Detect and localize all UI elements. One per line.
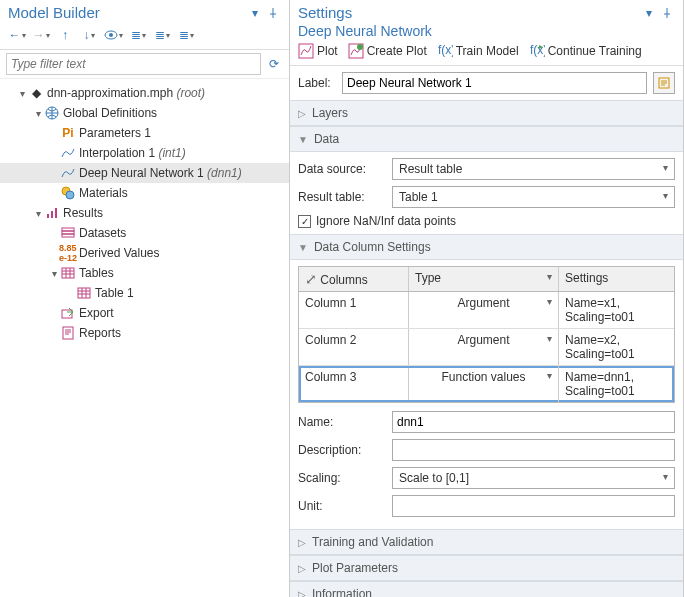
model-builder-toolbar: ←▾ →▾ ↑ ↓▾ ▾ ≣▾ ≣▾ ≣▾ — [0, 23, 289, 50]
panel-menu-icon[interactable]: ▾ — [641, 5, 657, 21]
table-icon — [76, 285, 92, 301]
tree-root[interactable]: ▾◆dnn-approximation.mph (root) — [0, 83, 289, 103]
train-button[interactable]: f(x)Train Model — [437, 43, 519, 59]
refresh-icon[interactable]: ⟳ — [265, 54, 283, 74]
svg-point-4 — [66, 191, 74, 199]
grid-row[interactable]: Column 3 Function values Name=dnn1, Scal… — [299, 366, 674, 402]
train-icon: f(x) — [437, 43, 453, 59]
tree-materials[interactable]: Materials — [0, 183, 289, 203]
model-builder-panel: Model Builder ▾ ←▾ →▾ ↑ ↓▾ ▾ ≣▾ ≣▾ ≣▾ ⟳ … — [0, 0, 290, 597]
continue-icon: f(x) — [529, 43, 545, 59]
nav-up-button[interactable]: ↑ — [56, 25, 74, 45]
grid-header: ⤢ Columns Type Settings — [299, 267, 674, 292]
filter-input[interactable] — [6, 53, 261, 75]
label-row: Label: — [290, 66, 683, 100]
nav-back-button[interactable]: ←▾ — [8, 25, 26, 45]
svg-rect-7 — [55, 208, 57, 218]
name-label: Name: — [298, 415, 386, 429]
results-icon — [44, 205, 60, 221]
checkbox-checked-icon[interactable]: ✓ — [298, 215, 311, 228]
pin-icon[interactable] — [265, 5, 281, 21]
settings-toolbar: Plot Create Plot f(x)Train Model f(x)Con… — [290, 41, 683, 66]
tree-reports[interactable]: Reports — [0, 323, 289, 343]
chevron-right-icon: ▷ — [298, 589, 306, 598]
chevron-right-icon: ▷ — [298, 108, 306, 119]
tree-global-def[interactable]: ▾Global Definitions — [0, 103, 289, 123]
scaling-select[interactable]: Scale to [0,1] — [392, 467, 675, 489]
datasets-icon — [60, 225, 76, 241]
label-action-button[interactable] — [653, 72, 675, 94]
label-label: Label: — [298, 76, 336, 90]
col-settings-body: ⤢ Columns Type Settings Column 1 Argumen… — [290, 260, 683, 529]
svg-rect-14 — [63, 327, 73, 339]
scaling-label: Scaling: — [298, 471, 386, 485]
derived-icon: 8.85e-12 — [60, 245, 76, 261]
data-source-select[interactable]: Result table — [392, 158, 675, 180]
tree-tables[interactable]: ▾Tables — [0, 263, 289, 283]
unit-input[interactable] — [392, 495, 675, 517]
type-cell[interactable]: Argument — [409, 292, 559, 328]
section-plot-params[interactable]: ▷Plot Parameters — [290, 555, 683, 581]
continue-button[interactable]: f(x)Continue Training — [529, 43, 642, 59]
tree-dnn[interactable]: Deep Neural Network 1 (dnn1) — [0, 163, 289, 183]
pin-icon[interactable] — [659, 5, 675, 21]
tree-export[interactable]: Export — [0, 303, 289, 323]
tree-datasets[interactable]: Datasets — [0, 223, 289, 243]
tables-icon — [60, 265, 76, 281]
svg-point-1 — [109, 33, 113, 37]
desc-input[interactable] — [392, 439, 675, 461]
svg-rect-12 — [78, 288, 90, 298]
show-button[interactable]: ▾ — [104, 25, 123, 45]
create-plot-icon — [348, 43, 364, 59]
expand-icon[interactable]: ⤢ — [305, 271, 317, 287]
tree-interpolation[interactable]: Interpolation 1 (int1) — [0, 143, 289, 163]
nav-fwd-button[interactable]: →▾ — [32, 25, 50, 45]
dnn-icon — [60, 165, 76, 181]
model-builder-header: Model Builder ▾ — [0, 0, 289, 23]
svg-point-17 — [357, 44, 363, 50]
model-builder-title: Model Builder — [8, 4, 100, 21]
plot-button[interactable]: Plot — [298, 43, 338, 59]
interp-icon — [60, 145, 76, 161]
section-train-val[interactable]: ▷Training and Validation — [290, 529, 683, 555]
svg-text:f(x): f(x) — [530, 43, 545, 57]
type-cell[interactable]: Function values — [409, 366, 559, 402]
create-plot-button[interactable]: Create Plot — [348, 43, 427, 59]
tree-table1[interactable]: Table 1 — [0, 283, 289, 303]
data-source-label: Data source: — [298, 162, 386, 176]
reports-icon — [60, 325, 76, 341]
section-info[interactable]: ▷Information — [290, 581, 683, 597]
tree-derived[interactable]: 8.85e-12Derived Values — [0, 243, 289, 263]
grid-row[interactable]: Column 2 Argument Name=x2, Scaling=to01 — [299, 329, 674, 366]
label-input[interactable] — [342, 72, 647, 94]
tree-results[interactable]: ▾Results — [0, 203, 289, 223]
model-tree: ▾◆dnn-approximation.mph (root) ▾Global D… — [0, 79, 289, 597]
desc-label: Description: — [298, 443, 386, 457]
sort-button[interactable]: ≣▾ — [177, 25, 195, 45]
chevron-right-icon: ▷ — [298, 537, 306, 548]
pi-icon: Pi — [60, 125, 76, 141]
section-layers[interactable]: ▷Layers — [290, 100, 683, 126]
chevron-down-icon: ▼ — [298, 134, 308, 145]
type-cell[interactable]: Argument — [409, 329, 559, 365]
ignore-nan-label: Ignore NaN/Inf data points — [316, 214, 456, 228]
section-data[interactable]: ▼Data — [290, 126, 683, 152]
data-section-body: Data source: Result table Result table: … — [290, 152, 683, 234]
svg-rect-5 — [47, 214, 49, 218]
expand-button[interactable]: ≣▾ — [129, 25, 147, 45]
panel-menu-icon[interactable]: ▾ — [247, 5, 263, 21]
file-icon: ◆ — [28, 85, 44, 101]
result-table-select[interactable]: Table 1 — [392, 186, 675, 208]
grid-row[interactable]: Column 1 Argument Name=x1, Scaling=to01 — [299, 292, 674, 329]
globe-icon — [44, 105, 60, 121]
name-input[interactable] — [392, 411, 675, 433]
collapse-button[interactable]: ≣▾ — [153, 25, 171, 45]
chevron-right-icon: ▷ — [298, 563, 306, 574]
plot-icon — [298, 43, 314, 59]
tree-parameters[interactable]: PiParameters 1 — [0, 123, 289, 143]
svg-text:f(x): f(x) — [438, 43, 453, 57]
nav-down-button[interactable]: ↓▾ — [80, 25, 98, 45]
svg-rect-11 — [62, 268, 74, 278]
ignore-nan-row[interactable]: ✓ Ignore NaN/Inf data points — [298, 214, 675, 228]
section-col-settings[interactable]: ▼Data Column Settings — [290, 234, 683, 260]
